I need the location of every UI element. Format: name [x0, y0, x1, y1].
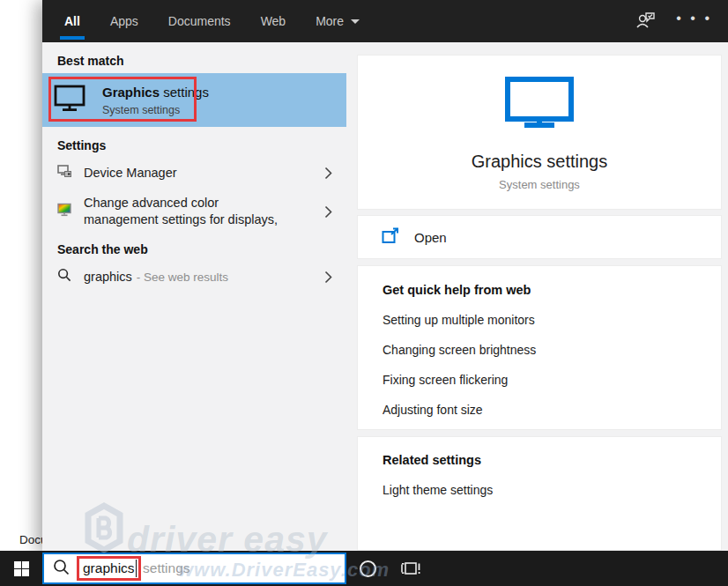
quick-help-card: Get quick help from web Setting up multi…: [357, 265, 722, 430]
preview-title: Graphics settings: [472, 152, 608, 172]
result-web-search[interactable]: graphics- See web results: [42, 263, 346, 290]
help-link-screen-flickering[interactable]: Fixing screen flickering: [383, 373, 721, 387]
search-icon: [53, 559, 70, 579]
help-link-font-size[interactable]: Adjusting font size: [383, 403, 721, 417]
tab-more[interactable]: More: [312, 0, 363, 42]
tab-apps[interactable]: Apps: [107, 0, 142, 42]
chevron-right-icon: [324, 271, 336, 284]
web-section-header: Search the web: [42, 242, 346, 256]
screen: Docu All Apps Documents Web More: [0, 0, 728, 586]
results-list: Best match Graphics settings System sett…: [42, 42, 346, 551]
device-manager-icon: [57, 164, 71, 182]
annotation-box-search-term: graphics: [77, 556, 141, 581]
cortana-button[interactable]: [353, 551, 383, 586]
best-match-title: Graphics settings: [102, 85, 209, 100]
task-view-button[interactable]: [395, 551, 427, 586]
text-cursor: [136, 560, 137, 577]
preview-subtitle: System settings: [499, 178, 580, 191]
tab-all[interactable]: All: [61, 0, 84, 42]
open-external-icon: [382, 227, 399, 248]
related-link-light-theme[interactable]: Light theme settings: [383, 483, 721, 497]
taskbar: graphics settings: [0, 551, 728, 586]
task-view-icon: [400, 560, 421, 577]
preview-card: Graphics settings System settings: [357, 55, 722, 210]
tab-web[interactable]: Web: [257, 0, 290, 42]
quick-help-header: Get quick help from web: [383, 283, 721, 297]
best-match-subtitle: System settings: [102, 104, 209, 116]
search-results-body: Best match Graphics settings System sett…: [42, 42, 728, 551]
result-color-management[interactable]: Change advanced color management setting…: [42, 195, 346, 228]
related-settings-header: Related settings: [383, 453, 721, 467]
help-link-screen-brightness[interactable]: Changing screen brightness: [383, 343, 721, 357]
result-device-manager[interactable]: Device Manager: [42, 159, 346, 186]
search-icon: [57, 268, 71, 286]
search-suggestion-text: settings: [143, 560, 189, 576]
windows-logo-icon: [14, 561, 29, 576]
color-management-icon: [57, 203, 71, 220]
monitor-icon-large: [505, 77, 574, 131]
preview-pane: Graphics settings System settings Open: [346, 42, 728, 551]
settings-section-header: Settings: [42, 138, 346, 152]
search-typed-text: graphics: [83, 560, 135, 576]
monitor-icon: [54, 85, 85, 115]
related-settings-card: Related settings Light theme settings: [357, 436, 722, 551]
more-options-icon[interactable]: • • •: [676, 14, 712, 28]
open-action[interactable]: Open: [357, 215, 722, 259]
chevron-down-icon: [351, 19, 360, 24]
search-flyout-panel: All Apps Documents Web More: [42, 0, 728, 551]
feedback-person-icon[interactable]: [635, 10, 657, 33]
search-tab-bar: All Apps Documents Web More: [42, 0, 728, 42]
active-tab-underline: [60, 36, 85, 40]
taskbar-search-input[interactable]: graphics settings: [42, 553, 346, 584]
best-match-header: Best match: [42, 42, 346, 68]
tab-documents[interactable]: Documents: [165, 0, 234, 42]
chevron-right-icon: [324, 205, 336, 219]
help-link-multiple-monitors[interactable]: Setting up multiple monitors: [383, 313, 721, 327]
best-match-result-graphics-settings[interactable]: Graphics settings System settings: [42, 73, 346, 127]
chevron-right-icon: [324, 167, 336, 180]
cortana-circle-icon: [360, 560, 376, 577]
start-button[interactable]: [0, 551, 42, 586]
